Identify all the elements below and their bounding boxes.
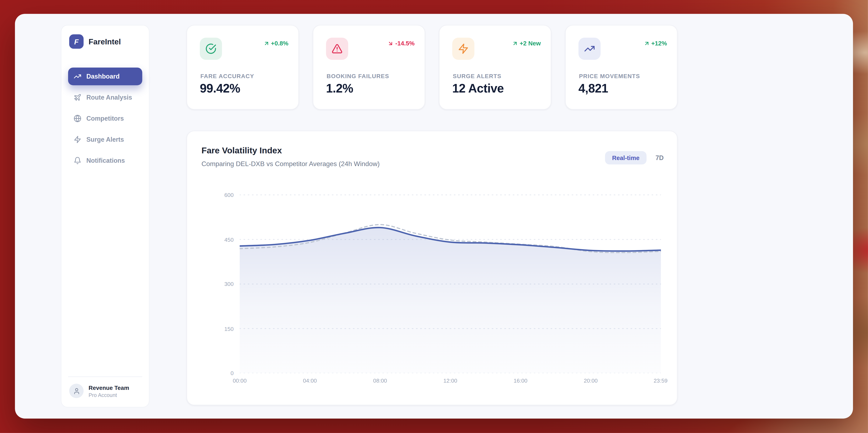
x-tick-label: 16:00: [514, 378, 528, 384]
line-chart-plot: [240, 192, 661, 373]
stat-delta: +2 New: [512, 40, 541, 47]
chart-title: Fare Volatility Index: [202, 146, 282, 156]
plane-icon: [74, 93, 82, 101]
sidebar-item-dashboard[interactable]: Dashboard: [68, 67, 142, 85]
stat-icon-tile: [326, 38, 348, 60]
arrow-up-right-icon: [512, 40, 518, 46]
sidebar-item-competitors[interactable]: Competitors: [68, 110, 142, 127]
check-circle-icon: [205, 43, 216, 54]
brand-name: FareIntel: [89, 37, 121, 46]
y-tick-label: 150: [207, 325, 234, 331]
arrow-up-right-icon: [644, 40, 650, 46]
stat-label: SURGE ALERTS: [453, 73, 501, 79]
stat-icon-tile: [452, 38, 474, 60]
arrow-up-right-icon: [263, 40, 269, 46]
y-tick-label: 300: [207, 281, 234, 287]
seven-day-button[interactable]: 7D: [656, 154, 664, 161]
area-fill: [240, 228, 661, 373]
globe-icon: [74, 115, 82, 122]
stat-card-surge-alerts: +2 New SURGE ALERTS 12 Active: [439, 25, 552, 110]
stat-icon-tile: [579, 38, 600, 60]
stat-label: BOOKING FAILURES: [327, 73, 389, 79]
y-tick-label: 600: [207, 192, 234, 198]
x-tick-label: 04:00: [303, 378, 317, 384]
stat-card-fare-accuracy: +0.8% FARE ACCURACY 99.42%: [187, 25, 299, 110]
bell-icon: [74, 157, 82, 165]
user-profile[interactable]: Revenue Team Pro Account: [61, 377, 149, 407]
stat-value: 4,821: [579, 82, 608, 96]
sidebar: F FareIntel Dashboard Route Analysis Com…: [61, 25, 149, 408]
stat-delta: +12%: [644, 40, 667, 47]
sidebar-nav: Dashboard Route Analysis Competitors Sur…: [61, 67, 149, 169]
brand: F FareIntel: [61, 25, 149, 53]
alert-triangle-icon: [332, 43, 343, 54]
chart-range-controls: Real-time 7D: [605, 151, 664, 165]
stat-delta: -14.5%: [388, 40, 415, 47]
sidebar-item-label: Dashboard: [86, 73, 120, 80]
sidebar-item-surge-alerts[interactable]: Surge Alerts: [68, 131, 142, 148]
stat-value: 1.2%: [326, 82, 353, 96]
sidebar-item-route-analysis[interactable]: Route Analysis: [68, 89, 142, 106]
stat-value: 99.42%: [200, 82, 240, 96]
x-tick-label: 12:00: [443, 378, 457, 384]
sidebar-item-label: Competitors: [86, 115, 124, 122]
user-icon: [73, 387, 80, 395]
avatar: [69, 384, 84, 398]
stat-icon-tile: [200, 38, 222, 60]
sidebar-item-label: Route Analysis: [86, 94, 132, 101]
backdrop: F FareIntel Dashboard Route Analysis Com…: [0, 0, 868, 433]
x-tick-label: 00:00: [233, 378, 247, 384]
app-window: F FareIntel Dashboard Route Analysis Com…: [15, 14, 853, 418]
sidebar-item-label: Notifications: [86, 157, 125, 164]
stat-label: PRICE MOVEMENTS: [579, 73, 640, 79]
stat-delta: +0.8%: [263, 40, 288, 47]
chart-subtitle: Comparing DEL-DXB vs Competitor Averages…: [202, 160, 380, 168]
x-tick-label: 08:00: [373, 378, 387, 384]
stat-label: FARE ACCURACY: [200, 73, 254, 79]
trending-up-icon: [74, 73, 82, 80]
y-tick-label: 0: [207, 370, 234, 376]
sidebar-item-label: Surge Alerts: [86, 136, 124, 143]
stat-value: 12 Active: [452, 82, 504, 96]
stat-card-booking-failures: -14.5% BOOKING FAILURES 1.2%: [313, 25, 425, 110]
zap-icon: [74, 136, 82, 143]
y-tick-label: 450: [207, 236, 234, 242]
stat-card-price-movements: +12% PRICE MOVEMENTS 4,821: [565, 25, 678, 110]
x-tick-label: 23:59: [654, 378, 668, 384]
trending-up-icon: [584, 43, 595, 54]
stat-cards-row: +0.8% FARE ACCURACY 99.42% -14.5% BOOKIN…: [187, 25, 678, 110]
line-chart-svg: [240, 192, 661, 373]
fare-volatility-chart-card: Fare Volatility Index Comparing DEL-DXB …: [187, 131, 678, 405]
arrow-down-right-icon: [388, 40, 394, 46]
brand-logo-icon: F: [69, 34, 84, 49]
zap-icon: [458, 43, 469, 54]
x-tick-label: 20:00: [584, 378, 598, 384]
realtime-button[interactable]: Real-time: [605, 151, 647, 165]
user-name: Revenue Team: [89, 384, 129, 391]
sidebar-item-notifications[interactable]: Notifications: [68, 152, 142, 169]
user-plan: Pro Account: [89, 392, 129, 398]
